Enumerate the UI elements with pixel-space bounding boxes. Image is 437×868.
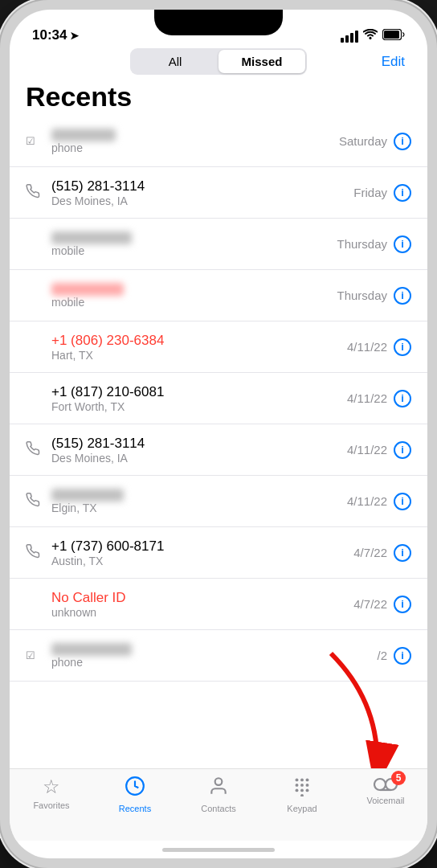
call-time: Friday	[353, 186, 387, 199]
call-item[interactable]: (515) 281-3114 Des Moines, IA Friday i	[10, 167, 427, 219]
call-item[interactable]: +1 (737) 600-8171 Austin, TX 4/7/22 i	[10, 527, 427, 579]
info-button[interactable]: i	[394, 287, 411, 305]
home-indicator	[10, 841, 427, 858]
call-item-left: +1 (737) 600-8171 Austin, TX	[26, 538, 353, 567]
call-sub: Elgin, TX	[51, 502, 124, 514]
call-time: 4/7/22	[353, 546, 387, 559]
svg-point-14	[306, 788, 309, 792]
call-sub: unknown	[51, 606, 126, 619]
call-name-missed: No Caller ID	[51, 590, 126, 606]
favorites-label: Favorites	[33, 800, 69, 810]
call-item-right: 4/11/22 i	[347, 493, 411, 510]
call-list: ☑ phone Saturday i	[10, 116, 427, 768]
tab-contacts[interactable]: Contacts	[177, 776, 260, 813]
segment-wrapper: All Missed	[130, 48, 307, 75]
home-bar	[162, 848, 275, 852]
call-item-right: 4/7/22 i	[353, 544, 411, 562]
info-button[interactable]: i	[394, 133, 411, 150]
location-icon: ➤	[70, 30, 79, 42]
call-name: +1 (737) 600-8171	[51, 538, 164, 555]
call-time: 4/11/22	[347, 494, 387, 508]
call-sub: Fort Worth, TX	[51, 400, 164, 413]
info-button[interactable]: i	[394, 184, 411, 202]
call-sub: Hart, TX	[51, 349, 164, 362]
call-time: 4/7/22	[353, 597, 387, 611]
svg-point-13	[300, 788, 304, 792]
call-item-left: +1 (806) 230-6384 Hart, TX	[26, 333, 347, 362]
keypad-label: Keypad	[287, 804, 317, 813]
svg-point-12	[296, 788, 299, 792]
keypad-icon	[292, 776, 312, 801]
check-icon: ☑	[26, 135, 43, 147]
blurred-name-missed	[51, 283, 124, 296]
call-details: mobile	[51, 231, 132, 257]
svg-point-9	[296, 784, 299, 787]
call-time: Thursday	[337, 289, 387, 302]
call-time: Thursday	[337, 237, 387, 251]
call-item[interactable]: +1 (817) 210-6081 Fort Worth, TX 4/11/22…	[10, 373, 427, 424]
voicemail-icon: 5	[374, 776, 398, 793]
edit-button[interactable]: Edit	[382, 54, 405, 70]
call-item-left: ☑ phone	[26, 643, 377, 669]
info-button[interactable]: i	[394, 441, 411, 459]
call-details: +1 (737) 600-8171 Austin, TX	[51, 538, 164, 567]
tab-keypad[interactable]: Keypad	[260, 776, 344, 813]
call-item-right: 4/7/22 i	[353, 596, 411, 613]
svg-point-11	[306, 784, 309, 787]
call-time: /2	[377, 649, 387, 662]
call-item[interactable]: Elgin, TX 4/11/22 i	[10, 476, 427, 527]
call-details: Elgin, TX	[51, 489, 124, 514]
call-item[interactable]: mobile Thursday i	[10, 219, 427, 270]
call-item[interactable]: mobile Thursday i	[10, 270, 427, 321]
segment-all[interactable]: All	[132, 50, 218, 73]
voicemail-label: Voicemail	[366, 796, 404, 805]
call-name-missed: +1 (806) 230-6384	[51, 333, 164, 349]
info-button[interactable]: i	[394, 596, 411, 613]
call-item-left: (515) 281-3114 Des Moines, IA	[26, 436, 347, 465]
call-item[interactable]: No Caller ID unknown 4/7/22 i	[10, 579, 427, 630]
page-title: Recents	[10, 75, 427, 116]
call-details: +1 (806) 230-6384 Hart, TX	[51, 333, 164, 362]
time-display: 10:34	[32, 27, 67, 43]
content: Recents ☑ phone Saturday i	[10, 75, 427, 768]
call-item[interactable]: +1 (806) 230-6384 Hart, TX 4/11/22 i	[10, 321, 427, 373]
call-sub: mobile	[51, 296, 124, 309]
svg-point-7	[300, 778, 304, 781]
info-button[interactable]: i	[394, 647, 411, 665]
info-button[interactable]: i	[394, 338, 411, 356]
blurred-name	[51, 129, 116, 141]
screen: 10:34 ➤	[10, 10, 427, 858]
info-button[interactable]: i	[394, 235, 411, 253]
call-item-left: ☑ phone	[26, 129, 339, 154]
tab-recents[interactable]: Recents	[93, 776, 177, 813]
call-item-left: mobile	[26, 283, 337, 309]
call-sub: phone	[51, 141, 116, 154]
favorites-icon: ☆	[43, 776, 60, 798]
status-time: 10:34 ➤	[32, 27, 79, 43]
call-item[interactable]: ☑ phone Saturday i	[10, 116, 427, 167]
segment-missed[interactable]: Missed	[218, 50, 305, 73]
call-details: mobile	[51, 283, 124, 309]
info-button[interactable]: i	[394, 390, 411, 407]
segment-row: All Missed Edit	[10, 48, 427, 75]
contacts-label: Contacts	[201, 804, 235, 813]
phone-frame: 10:34 ➤	[0, 0, 437, 868]
info-button[interactable]: i	[394, 493, 411, 510]
call-time: 4/11/22	[347, 340, 387, 354]
call-item[interactable]: (515) 281-3114 Des Moines, IA 4/11/22 i	[10, 424, 427, 476]
call-name: +1 (817) 210-6081	[51, 384, 164, 400]
recents-label: Recents	[119, 804, 151, 813]
info-button[interactable]: i	[394, 544, 411, 562]
call-sub: Des Moines, IA	[51, 452, 145, 465]
tab-voicemail[interactable]: 5 Voicemail	[344, 776, 427, 805]
call-item-left: Elgin, TX	[26, 489, 347, 514]
call-details: (515) 281-3114 Des Moines, IA	[51, 178, 145, 207]
call-item[interactable]: ☑ phone /2 i	[10, 630, 427, 682]
phone-icon	[26, 493, 43, 510]
signal-bars	[341, 31, 358, 43]
tab-favorites[interactable]: ☆ Favorites	[10, 776, 93, 810]
call-item-right: 4/11/22 i	[347, 390, 411, 407]
svg-point-0	[370, 37, 372, 39]
svg-point-5	[215, 778, 223, 785]
tab-bar: ☆ Favorites Recents	[10, 768, 427, 841]
